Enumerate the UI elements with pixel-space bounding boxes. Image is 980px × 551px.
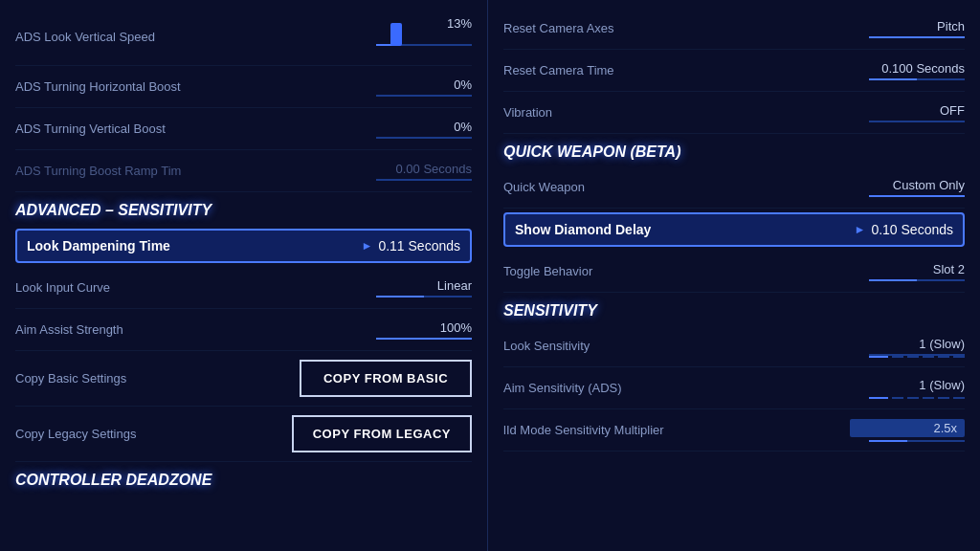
slider-track xyxy=(869,440,965,442)
aim-assist-strength-value: 100% xyxy=(357,320,472,335)
ads-look-vertical-speed-label: ADS Look Vertical Speed xyxy=(15,30,338,44)
show-diamond-delay-value: 0.10 Seconds xyxy=(871,222,953,237)
reset-camera-axes-label: Reset Camera Axes xyxy=(503,21,831,35)
slider-track xyxy=(376,137,472,139)
mode-sensitivity-multiplier-value-container: 2.5x xyxy=(831,419,965,442)
segment xyxy=(938,356,949,358)
segment xyxy=(923,397,934,399)
quick-weapon-beta-title: QUICK WEAPON (BETA) xyxy=(503,134,965,166)
segment xyxy=(892,397,903,399)
look-input-curve-row: Look Input Curve Linear xyxy=(15,267,472,309)
reset-camera-time-value: 0.100 Seconds xyxy=(850,61,965,76)
sensitivity-title: SENSITIVITY xyxy=(503,293,965,325)
segment xyxy=(907,356,919,358)
reset-camera-axes-row: Reset Camera Axes Pitch xyxy=(503,8,965,50)
left-panel: ADS Look Vertical Speed 13% ADS Turning … xyxy=(0,0,488,551)
slider-fill xyxy=(376,338,472,340)
slider-fill xyxy=(869,78,917,80)
ads-turning-horizontal-row: ADS Turning Horizontal Boost 0% xyxy=(15,66,472,108)
copy-from-basic-button[interactable]: COPY FROM BASIC xyxy=(300,360,472,397)
slider-fill xyxy=(869,440,907,442)
ads-turning-horizontal-value: 0% xyxy=(357,77,472,92)
slider-segments xyxy=(869,356,965,358)
mode-sensitivity-multiplier-row: lId Mode Sensitivity Multiplier 2.5x xyxy=(503,409,965,452)
aim-sensitivity-ads-row: Aim Sensitivity (ADS) 1 (Slow) xyxy=(503,367,965,409)
show-diamond-delay-highlighted-row[interactable]: Show Diamond Delay ► 0.10 Seconds xyxy=(503,212,965,247)
vibration-row: Vibration OFF xyxy=(503,92,965,134)
ads-turning-boost-ramp-value: 0.00 Seconds xyxy=(395,162,472,176)
aim-assist-strength-row: Aim Assist Strength 100% xyxy=(15,309,472,351)
look-input-curve-value-container: Linear xyxy=(338,278,472,298)
slider-track xyxy=(376,95,472,97)
segment xyxy=(923,356,934,358)
quick-weapon-row: Quick Weapon Custom Only xyxy=(503,166,965,209)
mode-sensitivity-multiplier-label: lId Mode Sensitivity Multiplier xyxy=(503,423,831,437)
quick-weapon-label: Quick Weapon xyxy=(503,180,831,194)
slider-track xyxy=(869,279,965,281)
ads-look-vertical-speed-value-container: 13% xyxy=(338,16,472,56)
slider-track xyxy=(376,179,472,181)
slider-track xyxy=(869,78,965,80)
reset-camera-time-row: Reset Camera Time 0.100 Seconds xyxy=(503,50,965,92)
arrow-icon: ► xyxy=(361,239,372,253)
ads-look-slider[interactable] xyxy=(376,33,472,56)
ads-turning-vertical-label: ADS Turning Vertical Boost xyxy=(15,121,338,136)
slider-segments xyxy=(869,397,965,399)
slider-fill xyxy=(869,195,965,197)
reset-camera-axes-value-container: Pitch xyxy=(831,19,965,38)
slider-fill xyxy=(376,296,424,298)
right-panel: Reset Camera Axes Pitch Reset Camera Tim… xyxy=(488,0,980,551)
segment xyxy=(892,356,903,358)
quick-weapon-value: Custom Only xyxy=(850,178,965,192)
main-container: ADS Look Vertical Speed 13% ADS Turning … xyxy=(0,0,980,551)
aim-assist-strength-value-container: 100% xyxy=(338,320,472,340)
look-input-curve-value: Linear xyxy=(357,278,472,293)
show-diamond-delay-label: Show Diamond Delay xyxy=(515,222,651,237)
slider-fill xyxy=(869,36,965,38)
segment xyxy=(869,397,888,399)
segment xyxy=(869,356,888,358)
ads-turning-boost-ramp-label: ADS Turning Boost Ramp Tim xyxy=(15,164,181,178)
reset-camera-time-label: Reset Camera Time xyxy=(503,63,831,77)
copy-legacy-row: Copy Legacy Settings COPY FROM LEGACY xyxy=(15,407,472,462)
look-dampening-highlighted-row[interactable]: Look Dampening Time ► 0.11 Seconds xyxy=(15,229,472,263)
reset-camera-axes-value: Pitch xyxy=(850,19,965,33)
slider-track xyxy=(869,121,965,122)
ads-turning-boost-ramp-row: ADS Turning Boost Ramp Tim 0.00 Seconds xyxy=(15,150,472,192)
ads-turning-horizontal-label: ADS Turning Horizontal Boost xyxy=(15,79,338,94)
ads-look-vertical-speed-value: 13% xyxy=(357,16,472,31)
quick-weapon-value-container: Custom Only xyxy=(831,178,965,197)
segment xyxy=(953,356,965,358)
aim-sensitivity-ads-label: Aim Sensitivity (ADS) xyxy=(503,381,831,395)
mode-sensitivity-multiplier-value: 2.5x xyxy=(850,419,965,437)
segment xyxy=(938,397,949,399)
look-dampening-value: 0.11 Seconds xyxy=(378,238,460,253)
copy-basic-row: Copy Basic Settings COPY FROM BASIC xyxy=(15,351,472,407)
copy-from-legacy-button[interactable]: COPY FROM LEGACY xyxy=(292,415,472,452)
look-input-curve-label: Look Input Curve xyxy=(15,280,338,295)
toggle-behavior-label: Toggle Behavior xyxy=(503,264,831,278)
aim-sensitivity-ads-value-container: 1 (Slow) xyxy=(831,378,965,399)
ads-turning-vertical-value: 0% xyxy=(357,120,472,134)
look-dampening-value-container: ► 0.11 Seconds xyxy=(361,238,460,253)
look-sensitivity-label: Look Sensitivity xyxy=(503,339,831,353)
controller-deadzone-title: CONTROLLER DEADZONE xyxy=(15,462,472,495)
vibration-label: Vibration xyxy=(503,105,831,120)
vibration-value-container: OFF xyxy=(831,103,965,122)
show-diamond-delay-value-container: ► 0.10 Seconds xyxy=(854,222,953,237)
segment xyxy=(907,397,919,399)
copy-legacy-label: Copy Legacy Settings xyxy=(15,427,292,441)
slider-track xyxy=(869,354,965,356)
aim-sensitivity-ads-value: 1 (Slow) xyxy=(850,378,965,392)
look-dampening-label: Look Dampening Time xyxy=(27,238,170,253)
slider-track xyxy=(869,195,965,197)
aim-assist-strength-label: Aim Assist Strength xyxy=(15,322,338,337)
reset-camera-time-value-container: 0.100 Seconds xyxy=(831,61,965,80)
look-sensitivity-value-container: 1 (Slow) xyxy=(831,337,965,356)
slider-track xyxy=(376,338,472,340)
slider-thumb[interactable] xyxy=(390,23,402,46)
look-sensitivity-row: Look Sensitivity 1 (Slow) xyxy=(503,325,965,367)
ads-turning-vertical-row: ADS Turning Vertical Boost 0% xyxy=(15,108,472,150)
ads-turning-boost-ramp-value-container: 0.00 Seconds xyxy=(338,162,472,181)
copy-basic-label: Copy Basic Settings xyxy=(15,371,300,386)
